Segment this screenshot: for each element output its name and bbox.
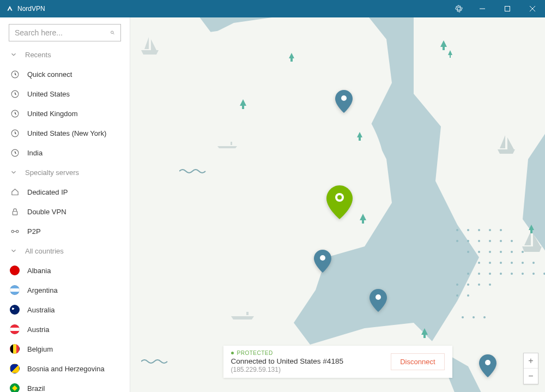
country-belgium[interactable]: Belgium <box>0 339 130 359</box>
svg-point-24 <box>500 251 502 253</box>
svg-point-12 <box>478 229 480 231</box>
country-brazil[interactable]: Brazil <box>0 378 130 392</box>
svg-point-28 <box>489 262 491 264</box>
item-label: United States <box>27 90 70 98</box>
svg-point-20 <box>511 240 513 242</box>
minimize-button[interactable] <box>470 0 495 17</box>
svg-point-1 <box>111 31 114 34</box>
section-recents[interactable]: Recents <box>0 45 130 64</box>
svg-point-55 <box>485 360 491 365</box>
disconnect-button[interactable]: Disconnect <box>391 353 444 370</box>
flag-icon <box>10 383 20 392</box>
gear-icon <box>455 4 463 13</box>
tree-icon <box>356 132 363 141</box>
country-argentina[interactable]: Argentina <box>0 280 130 300</box>
svg-point-47 <box>462 316 464 318</box>
svg-point-21 <box>467 251 469 253</box>
svg-rect-0 <box>505 7 510 11</box>
item-united-states[interactable]: United States <box>0 84 130 104</box>
lock-icon <box>10 207 20 216</box>
section-label: Recents <box>25 51 51 59</box>
svg-point-31 <box>522 262 524 264</box>
map-pin[interactable] <box>370 289 387 312</box>
settings-button[interactable] <box>448 0 470 17</box>
home-icon <box>10 187 20 197</box>
svg-point-9 <box>16 230 18 232</box>
tree-icon <box>421 328 428 338</box>
item-label: Albania <box>27 267 51 275</box>
app-title: NordVPN <box>17 5 448 13</box>
svg-point-52 <box>337 195 342 200</box>
item-label: Austria <box>27 325 49 334</box>
clock-icon <box>10 89 20 99</box>
country-australia[interactable]: Australia <box>0 300 130 319</box>
svg-point-46 <box>467 294 469 297</box>
svg-point-37 <box>511 273 513 275</box>
item-p2p[interactable]: P2P <box>0 221 130 241</box>
svg-point-38 <box>522 273 524 275</box>
item-label: United Kingdom <box>27 110 78 118</box>
svg-point-10 <box>456 229 458 231</box>
country-austria[interactable]: Austria <box>0 319 130 339</box>
clock-icon <box>10 128 20 138</box>
svg-point-17 <box>478 240 480 242</box>
svg-point-44 <box>489 284 491 286</box>
search-input[interactable] <box>15 28 110 37</box>
svg-point-18 <box>489 240 491 242</box>
svg-point-14 <box>500 229 502 231</box>
svg-point-49 <box>483 316 486 318</box>
flag-icon <box>10 305 20 315</box>
svg-point-32 <box>532 262 535 264</box>
map-pin-connected[interactable] <box>326 185 353 219</box>
svg-point-33 <box>467 273 469 275</box>
status-connection: Connected to United States #4185 (185.22… <box>231 357 385 373</box>
boat-icon <box>495 134 517 154</box>
svg-point-48 <box>473 316 475 318</box>
clock-icon <box>10 108 20 118</box>
nordvpn-logo-icon <box>5 4 14 13</box>
section-countries[interactable]: All countries <box>0 241 130 261</box>
chevron-down-icon <box>10 168 17 176</box>
svg-point-41 <box>456 284 458 286</box>
item-united-states-newyork[interactable]: United States (New York) <box>0 123 130 143</box>
boat-icon <box>216 142 238 148</box>
section-specialty[interactable]: Specialty servers <box>0 162 130 182</box>
minimize-icon <box>480 6 485 11</box>
item-label: P2P <box>27 227 41 236</box>
svg-point-30 <box>511 262 513 264</box>
maximize-button[interactable] <box>495 0 520 17</box>
svg-point-39 <box>532 273 535 275</box>
svg-point-22 <box>478 251 480 253</box>
search-box[interactable] <box>9 24 121 41</box>
country-albania[interactable]: Albania <box>0 261 130 280</box>
svg-point-27 <box>478 262 480 264</box>
svg-point-19 <box>500 240 502 242</box>
item-quick-connect[interactable]: Quick connect <box>0 64 130 84</box>
svg-point-35 <box>489 273 491 275</box>
item-label: Brazil <box>27 384 45 393</box>
svg-point-42 <box>467 284 469 286</box>
flag-icon <box>10 266 20 275</box>
search-icon <box>110 28 115 37</box>
svg-point-43 <box>478 284 480 286</box>
server-list[interactable]: Recents Quick connect United States Unit… <box>0 45 130 392</box>
map[interactable]: PROTECTED Connected to United States #41… <box>130 17 545 392</box>
map-pin[interactable] <box>314 250 331 273</box>
item-label: Australia <box>27 306 55 314</box>
clock-icon <box>10 69 20 79</box>
map-pin[interactable] <box>335 90 353 113</box>
item-double-vpn[interactable]: Double VPN <box>0 202 130 221</box>
map-pin[interactable] <box>479 354 496 377</box>
item-united-kingdom[interactable]: United Kingdom <box>0 104 130 123</box>
close-button[interactable] <box>520 0 545 17</box>
titlebar: NordVPN <box>0 0 545 17</box>
flag-icon <box>10 364 20 373</box>
section-label: All countries <box>25 247 64 255</box>
svg-point-36 <box>500 273 502 275</box>
item-dedicated-ip[interactable]: Dedicated IP <box>0 182 130 202</box>
svg-point-11 <box>467 229 469 231</box>
zoom-in-button[interactable]: + <box>524 353 538 369</box>
zoom-out-button[interactable]: − <box>524 369 538 384</box>
country-bosnia[interactable]: Bosnia and Herzegovina <box>0 359 130 378</box>
item-india[interactable]: India <box>0 143 130 162</box>
